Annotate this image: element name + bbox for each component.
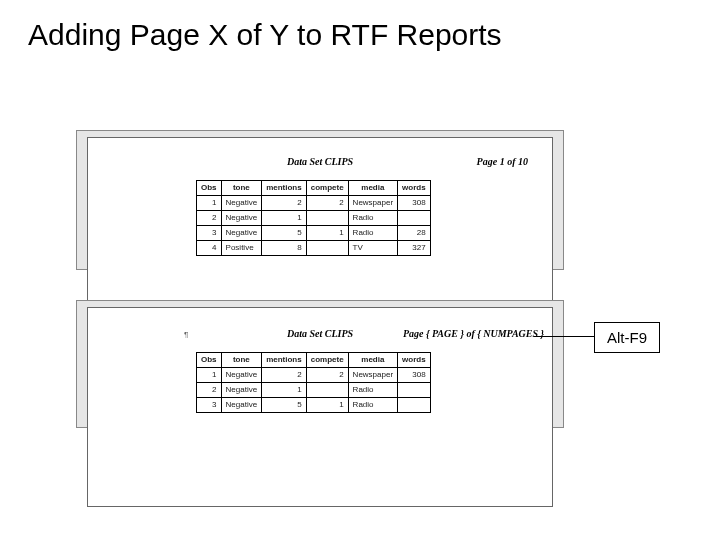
cell: Radio: [348, 398, 397, 413]
cell: Negative: [221, 383, 262, 398]
cell: Newspaper: [348, 368, 397, 383]
col-header: tone: [221, 181, 262, 196]
cell: 3: [197, 398, 222, 413]
cell: 2: [306, 196, 348, 211]
col-header: compete: [306, 353, 348, 368]
cell: Radio: [348, 383, 397, 398]
table-row: 1 Negative 2 2 Newspaper 308: [197, 196, 431, 211]
report2-page: ¶ Data Set CLIPS Page { PAGE } of { NUMP…: [87, 307, 553, 507]
cell: 8: [262, 241, 307, 256]
cell: 5: [262, 226, 307, 241]
cell: 1: [306, 398, 348, 413]
cell: Radio: [348, 226, 397, 241]
report1-frame: Data Set CLIPS Page 1 of 10 Obs tone men…: [76, 130, 564, 270]
cell: Radio: [348, 211, 397, 226]
alt-f9-callout: Alt-F9: [594, 322, 660, 353]
cell: Negative: [221, 368, 262, 383]
col-header: media: [348, 181, 397, 196]
col-header: compete: [306, 181, 348, 196]
cell: [398, 211, 431, 226]
cell: 2: [197, 211, 222, 226]
table-row: 3 Negative 5 1 Radio: [197, 398, 431, 413]
cell: 2: [262, 196, 307, 211]
table-row: 3 Negative 5 1 Radio 28: [197, 226, 431, 241]
callout-label: Alt-F9: [607, 329, 647, 346]
table-row: 1 Negative 2 2 Newspaper 308: [197, 368, 431, 383]
cell: [306, 383, 348, 398]
col-header: words: [398, 181, 431, 196]
col-header: words: [398, 353, 431, 368]
cell: Negative: [221, 211, 262, 226]
col-header: media: [348, 353, 397, 368]
report2-page-label: Page { PAGE } of { NUMPAGES }: [403, 328, 544, 339]
cell: 308: [398, 196, 431, 211]
cell: 5: [262, 398, 307, 413]
cell: TV: [348, 241, 397, 256]
cell: 2: [197, 383, 222, 398]
cell: 308: [398, 368, 431, 383]
table-row: 2 Negative 1 Radio: [197, 383, 431, 398]
cell: Negative: [221, 398, 262, 413]
cell: 2: [306, 368, 348, 383]
col-header: Obs: [197, 181, 222, 196]
cell: Negative: [221, 226, 262, 241]
cell: [398, 383, 431, 398]
cell: 327: [398, 241, 431, 256]
table-row: 2 Negative 1 Radio: [197, 211, 431, 226]
cell: 1: [306, 226, 348, 241]
callout-connector: [534, 336, 594, 337]
report2-table: Obs tone mentions compete media words 1 …: [196, 352, 431, 413]
cell: 28: [398, 226, 431, 241]
col-header: tone: [221, 353, 262, 368]
cell: 1: [197, 196, 222, 211]
cell: 2: [262, 368, 307, 383]
cell: 1: [197, 368, 222, 383]
table-header-row: Obs tone mentions compete media words: [197, 353, 431, 368]
cell: 1: [262, 383, 307, 398]
cell: [306, 241, 348, 256]
cell: 1: [262, 211, 307, 226]
cell: 3: [197, 226, 222, 241]
report2-frame: ¶ Data Set CLIPS Page { PAGE } of { NUMP…: [76, 300, 564, 428]
cell: Newspaper: [348, 196, 397, 211]
col-header: mentions: [262, 181, 307, 196]
table-row: 4 Positive 8 TV 327: [197, 241, 431, 256]
cell: 4: [197, 241, 222, 256]
cell: Positive: [221, 241, 262, 256]
report1-page-label: Page 1 of 10: [477, 156, 528, 167]
cell: Negative: [221, 196, 262, 211]
report1-table: Obs tone mentions compete media words 1 …: [196, 180, 431, 256]
col-header: Obs: [197, 353, 222, 368]
table-header-row: Obs tone mentions compete media words: [197, 181, 431, 196]
col-header: mentions: [262, 353, 307, 368]
cell: [306, 211, 348, 226]
slide-title: Adding Page X of Y to RTF Reports: [28, 18, 502, 52]
cell: [398, 398, 431, 413]
